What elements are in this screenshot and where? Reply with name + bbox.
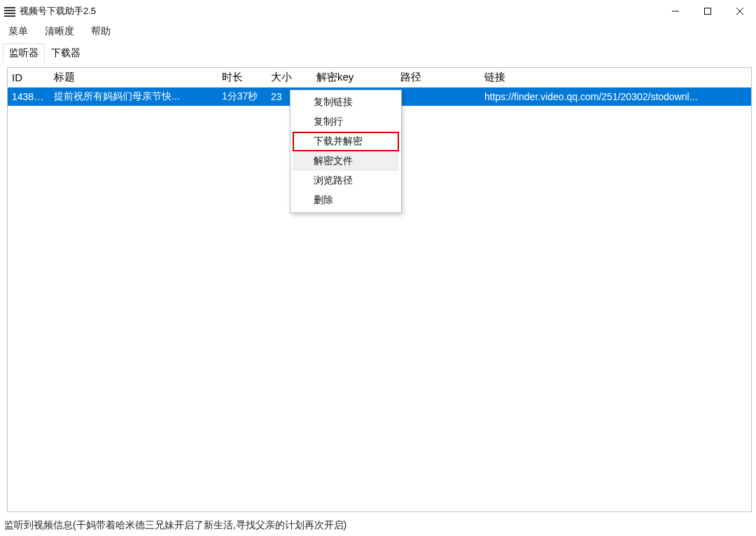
tabbar: 监听器 下载器 bbox=[0, 41, 756, 62]
col-header-path[interactable]: 路径 bbox=[396, 68, 480, 87]
status-text: 监听到视频信息(干妈带着哈米德三兄妹开启了新生活,寻找父亲的计划再次开启) bbox=[4, 519, 346, 532]
cell-path bbox=[396, 94, 480, 99]
menu-help[interactable]: 帮助 bbox=[88, 24, 113, 39]
minimize-button[interactable] bbox=[659, 0, 692, 22]
col-header-key[interactable]: 解密key bbox=[312, 68, 396, 87]
cm-browse-path[interactable]: 浏览路径 bbox=[293, 171, 399, 191]
minimize-icon bbox=[672, 8, 679, 15]
menu-quality[interactable]: 清晰度 bbox=[42, 24, 77, 39]
context-menu: 复制链接 复制行 下载并解密 解密文件 浏览路径 删除 bbox=[290, 90, 402, 213]
cm-copy-row[interactable]: 复制行 bbox=[293, 112, 399, 132]
statusbar: 监听到视频信息(干妈带着哈米德三兄妹开启了新生活,寻找父亲的计划再次开启) bbox=[0, 515, 756, 536]
col-header-duration[interactable]: 时长 bbox=[218, 68, 267, 87]
tab-listener[interactable]: 监听器 bbox=[3, 43, 45, 62]
col-header-title[interactable]: 标题 bbox=[50, 68, 218, 87]
app-icon bbox=[4, 6, 15, 17]
close-button[interactable] bbox=[724, 0, 756, 22]
cm-decrypt-file[interactable]: 解密文件 bbox=[293, 151, 399, 171]
cm-delete[interactable]: 删除 bbox=[293, 191, 399, 210]
col-header-url[interactable]: 链接 bbox=[480, 68, 751, 87]
col-header-id[interactable]: ID bbox=[8, 69, 50, 86]
tab-downloader[interactable]: 下载器 bbox=[45, 43, 87, 62]
svg-rect-1 bbox=[705, 8, 711, 15]
menubar: 菜单 清晰度 帮助 bbox=[0, 22, 756, 41]
cell-url: https://finder.video.qq.com/251/20302/st… bbox=[480, 88, 751, 105]
close-icon bbox=[736, 8, 743, 15]
maximize-button[interactable] bbox=[692, 0, 724, 22]
titlebar: 视频号下载助手2.5 bbox=[0, 0, 756, 22]
table-header: ID 标题 时长 大小 解密key 路径 链接 bbox=[8, 68, 751, 88]
cell-id: 14389... bbox=[8, 88, 50, 105]
cm-copy-link[interactable]: 复制链接 bbox=[293, 92, 399, 112]
cell-duration: 1分37秒 bbox=[218, 88, 267, 106]
col-header-size[interactable]: 大小 bbox=[267, 68, 312, 87]
cm-download-decrypt[interactable]: 下载并解密 bbox=[293, 132, 399, 151]
menu-main[interactable]: 菜单 bbox=[6, 24, 31, 39]
window-title: 视频号下载助手2.5 bbox=[20, 5, 96, 18]
maximize-icon bbox=[704, 8, 711, 15]
cell-title: 提前祝所有妈妈们母亲节快... bbox=[50, 88, 218, 106]
